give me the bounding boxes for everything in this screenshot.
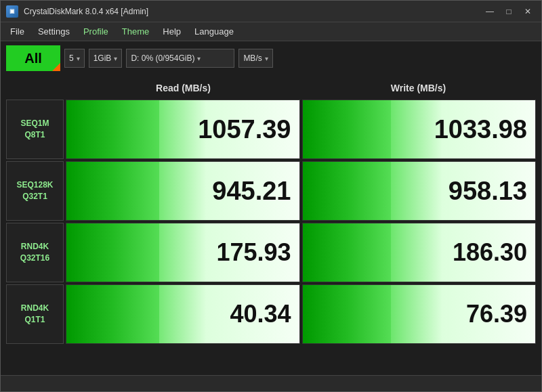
all-button[interactable]: All bbox=[6, 45, 60, 71]
row-label-text-2: Q8T1 bbox=[24, 129, 45, 141]
window-title: CrystalDiskMark 8.0.4 x64 [Admin] bbox=[24, 7, 148, 16]
seq128k-q32t1-read-cell: 945.21 bbox=[66, 161, 300, 221]
title-bar-controls: — □ ✕ bbox=[482, 5, 536, 18]
header-row: Read (MB/s) Write (MB/s) bbox=[66, 78, 536, 98]
menu-settings[interactable]: Settings bbox=[31, 24, 77, 39]
row-label-text-1: SEQ128K bbox=[16, 179, 53, 191]
row-label-seq1m-q8t1: SEQ1M Q8T1 bbox=[6, 100, 64, 159]
rnd4k-q32t16-read-cell: 175.93 bbox=[66, 223, 300, 282]
rnd4k-q32t16-write-cell: 186.30 bbox=[302, 223, 537, 282]
table-row: RND4K Q1T1 40.34 76.39 bbox=[6, 284, 536, 344]
unit-dropdown[interactable]: MB/s ▾ bbox=[238, 49, 272, 68]
menu-file[interactable]: File bbox=[3, 24, 31, 39]
rnd4k-q1t1-read-value: 40.34 bbox=[230, 300, 291, 328]
title-bar-left: ▣ CrystalDiskMark 8.0.4 x64 [Admin] bbox=[6, 5, 148, 18]
row-label-rnd4k-q1t1: RND4K Q1T1 bbox=[6, 284, 64, 344]
seq1m-q8t1-write-value: 1033.98 bbox=[434, 115, 527, 144]
rnd4k-q32t16-read-value: 175.93 bbox=[216, 238, 291, 267]
menu-help[interactable]: Help bbox=[156, 24, 188, 39]
data-rows: SEQ1M Q8T1 1057.39 1033.98 SEQ128K Q32T1… bbox=[6, 100, 536, 370]
unit-dropdown-arrow: ▾ bbox=[265, 55, 268, 62]
menu-theme[interactable]: Theme bbox=[115, 24, 156, 39]
table-row: SEQ1M Q8T1 1057.39 1033.98 bbox=[6, 100, 536, 159]
rnd4k-q1t1-read-cell: 40.34 bbox=[66, 284, 300, 344]
count-dropdown[interactable]: 5 ▾ bbox=[64, 49, 85, 68]
count-value: 5 bbox=[69, 53, 74, 63]
row-label-text-2: Q32T16 bbox=[20, 253, 49, 264]
size-value: 1GiB bbox=[93, 53, 112, 63]
minimize-button[interactable]: — bbox=[482, 5, 498, 18]
menu-profile[interactable]: Profile bbox=[77, 24, 115, 39]
toolbar: All 5 ▾ 1GiB ▾ D: 0% (0/954GiB) ▾ MB/s ▾ bbox=[1, 41, 541, 75]
row-label-text-1: SEQ1M bbox=[20, 118, 49, 129]
app-icon: ▣ bbox=[6, 5, 18, 18]
table-row: SEQ128K Q32T1 945.21 958.13 bbox=[6, 161, 536, 221]
count-dropdown-arrow: ▾ bbox=[77, 55, 80, 62]
unit-value: MB/s bbox=[243, 53, 262, 63]
seq128k-q32t1-read-value: 945.21 bbox=[212, 177, 291, 206]
rnd4k-q1t1-write-cell: 76.39 bbox=[302, 284, 537, 344]
seq1m-q8t1-write-cell: 1033.98 bbox=[302, 100, 537, 159]
close-button[interactable]: ✕ bbox=[520, 5, 536, 18]
read-header: Read (MB/s) bbox=[66, 78, 301, 98]
drive-value: D: 0% (0/954GiB) bbox=[131, 53, 194, 63]
seq128k-q32t1-write-value: 958.13 bbox=[449, 177, 527, 206]
row-label-text-1: RND4K bbox=[21, 303, 49, 314]
row-label-text-1: RND4K bbox=[21, 241, 49, 253]
title-bar: ▣ CrystalDiskMark 8.0.4 x64 [Admin] — □ … bbox=[1, 1, 541, 22]
row-label-seq128k-q32t1: SEQ128K Q32T1 bbox=[6, 161, 64, 221]
row-label-text-2: Q32T1 bbox=[22, 191, 47, 202]
size-dropdown-arrow: ▾ bbox=[114, 55, 117, 62]
size-dropdown[interactable]: 1GiB ▾ bbox=[89, 49, 123, 68]
table-row: RND4K Q32T16 175.93 186.30 bbox=[6, 223, 536, 282]
status-bar bbox=[1, 375, 541, 391]
row-label-text-2: Q1T1 bbox=[24, 314, 45, 326]
seq1m-q8t1-read-cell: 1057.39 bbox=[66, 100, 300, 159]
drive-dropdown[interactable]: D: 0% (0/954GiB) ▾ bbox=[126, 49, 234, 68]
menu-bar: File Settings Profile Theme Help Languag… bbox=[1, 22, 541, 41]
maximize-button[interactable]: □ bbox=[501, 5, 517, 18]
menu-language[interactable]: Language bbox=[188, 24, 241, 39]
rnd4k-q32t16-write-value: 186.30 bbox=[453, 238, 527, 267]
drive-dropdown-arrow: ▾ bbox=[197, 55, 201, 62]
write-header: Write (MB/s) bbox=[301, 78, 536, 98]
seq128k-q32t1-write-cell: 958.13 bbox=[302, 161, 537, 221]
row-label-rnd4k-q32t16: RND4K Q32T16 bbox=[6, 223, 64, 282]
seq1m-q8t1-read-value: 1057.39 bbox=[198, 115, 291, 144]
content-area: Read (MB/s) Write (MB/s) SEQ1M Q8T1 1057… bbox=[1, 75, 541, 375]
main-window: ▣ CrystalDiskMark 8.0.4 x64 [Admin] — □ … bbox=[0, 0, 542, 392]
rnd4k-q1t1-write-value: 76.39 bbox=[466, 300, 527, 328]
